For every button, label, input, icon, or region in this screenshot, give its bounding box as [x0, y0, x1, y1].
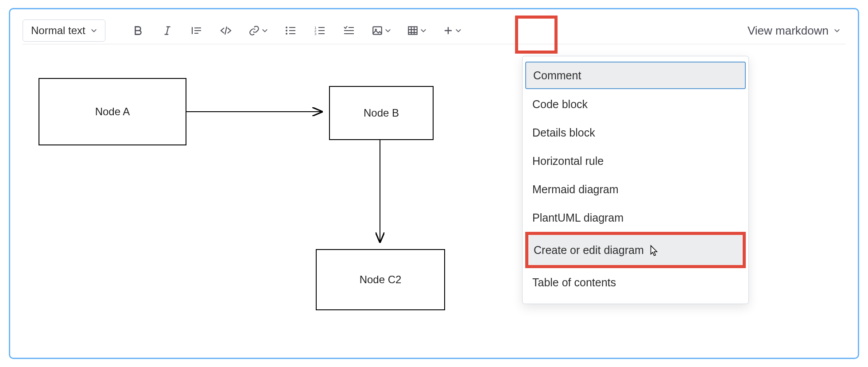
plus-icon	[443, 25, 453, 36]
bullet-list-icon	[284, 25, 297, 36]
view-markdown-button[interactable]: View markdown	[742, 24, 845, 38]
view-markdown-label: View markdown	[748, 24, 829, 38]
dropdown-item-label: Comment	[533, 69, 581, 82]
editor-frame: Normal text 123	[9, 8, 859, 359]
image-icon	[372, 25, 383, 36]
diagram-node-a: Node A	[39, 78, 186, 145]
node-label: Node B	[364, 107, 399, 119]
dropdown-item-label: PlantUML diagram	[532, 211, 624, 224]
task-list-icon	[343, 25, 355, 36]
svg-point-0	[286, 27, 287, 28]
dropdown-item-code-block[interactable]: Code block	[523, 90, 748, 118]
italic-button[interactable]	[157, 21, 178, 40]
dropdown-item-label: Table of contents	[532, 276, 616, 289]
dropdown-item-label: Details block	[532, 126, 595, 139]
bold-button[interactable]	[128, 21, 149, 40]
svg-rect-6	[373, 27, 382, 34]
italic-icon	[162, 25, 173, 36]
dropdown-item-label: Create or edit diagram	[534, 244, 644, 257]
node-label: Node C2	[360, 273, 402, 286]
chevron-down-icon	[834, 27, 840, 34]
diagram-node-b: Node B	[329, 86, 434, 140]
chevron-down-icon	[385, 27, 391, 34]
chevron-down-icon	[262, 27, 268, 34]
insert-more-button[interactable]	[438, 21, 466, 40]
node-label: Node A	[95, 105, 130, 118]
dropdown-item-label: Code block	[532, 98, 588, 111]
svg-rect-8	[408, 27, 417, 34]
dropdown-item-label: Horizontal rule	[532, 155, 604, 168]
ordered-list-icon: 123	[314, 25, 326, 36]
svg-point-2	[286, 33, 287, 35]
insert-dropdown: Comment Code block Details block Horizon…	[522, 56, 749, 304]
dropdown-item-comment[interactable]: Comment	[525, 62, 746, 89]
task-list-button[interactable]	[338, 21, 360, 40]
blockquote-button[interactable]	[186, 21, 207, 40]
bullet-list-button[interactable]	[280, 21, 301, 40]
dropdown-item-mermaid-diagram[interactable]: Mermaid diagram	[523, 175, 748, 203]
cursor-icon	[648, 245, 659, 258]
editor-canvas[interactable]: Node A Node B Node C2 Comment Code block	[23, 44, 845, 350]
chevron-down-icon	[420, 27, 426, 34]
table-icon	[407, 25, 418, 36]
editor-toolbar: Normal text 123	[23, 17, 845, 44]
chevron-down-icon	[91, 27, 97, 34]
svg-point-1	[286, 30, 287, 31]
text-style-dropdown[interactable]: Normal text	[23, 20, 105, 42]
dropdown-item-horizontal-rule[interactable]: Horizontal rule	[523, 147, 748, 175]
link-icon	[248, 25, 260, 36]
image-button[interactable]	[368, 21, 395, 40]
code-button[interactable]	[215, 21, 236, 40]
code-icon	[219, 25, 232, 36]
dropdown-item-table-of-contents[interactable]: Table of contents	[523, 268, 748, 297]
svg-text:3: 3	[314, 32, 317, 36]
ordered-list-button[interactable]: 123	[309, 21, 330, 40]
bold-icon	[132, 25, 144, 36]
diagram-edge-b-c	[373, 139, 387, 249]
dropdown-item-plantuml-diagram[interactable]: PlantUML diagram	[523, 203, 748, 232]
table-button[interactable]	[403, 21, 430, 40]
dropdown-item-label: Mermaid diagram	[532, 183, 619, 196]
diagram-node-c: Node C2	[316, 249, 445, 310]
text-style-label: Normal text	[31, 24, 85, 37]
blockquote-icon	[190, 25, 203, 36]
dropdown-item-create-edit-diagram[interactable]: Create or edit diagram	[525, 232, 746, 268]
diagram-edge-a-b	[186, 106, 329, 120]
chevron-down-icon	[455, 27, 461, 34]
dropdown-item-details-block[interactable]: Details block	[523, 118, 748, 147]
link-button[interactable]	[244, 21, 272, 40]
